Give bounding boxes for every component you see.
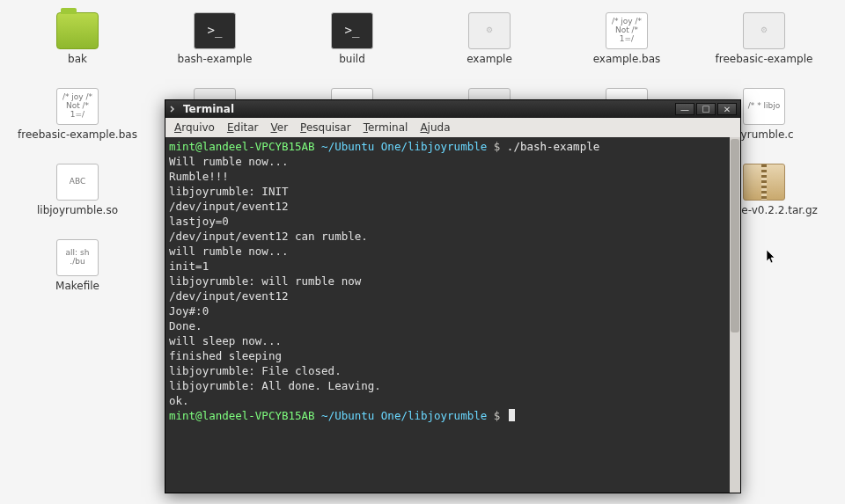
close-button[interactable]: ✕ xyxy=(717,103,737,115)
terminal-output-line: ok. xyxy=(169,393,737,408)
mouse-cursor-icon xyxy=(766,249,776,265)
desktop-icon-label: bash-example xyxy=(178,53,253,65)
desktop-icon-label: Makefile xyxy=(55,280,99,292)
terminal-output-line: Rumble!!! xyxy=(169,169,737,184)
desktop-icon[interactable]: ⚙example xyxy=(421,12,558,84)
scrollbar-thumb[interactable] xyxy=(731,139,739,332)
window-title: Terminal xyxy=(183,103,675,115)
scrollbar[interactable] xyxy=(730,137,740,493)
window-buttons: — ☐ ✕ xyxy=(675,103,737,115)
menu-item-editar[interactable]: Editar xyxy=(227,121,259,134)
terminal-output-line: Will rumble now... xyxy=(169,154,737,169)
terminal-icon: >_ xyxy=(194,12,236,49)
terminal-output-line: /dev/input/event12 xyxy=(169,289,737,303)
terminal-icon: >_ xyxy=(331,12,373,49)
terminal-prompt[interactable]: mint@landeel-VPCYB15AB ~/Ubuntu One/libj… xyxy=(169,408,737,423)
terminal-output-line: Joy#:0 xyxy=(169,303,737,318)
desktop-icon[interactable]: all: sh ./buMakefile xyxy=(9,239,146,311)
gear-icon: ⚙ xyxy=(743,12,785,49)
gear-icon: ⚙ xyxy=(468,12,511,49)
terminal-output-line: libjoyrumble: INIT xyxy=(169,184,737,199)
terminal-window[interactable]: Terminal — ☐ ✕ ArquivoEditarVerPesquisar… xyxy=(165,99,741,493)
desktop-icon[interactable]: >_build xyxy=(283,12,421,84)
maximize-button[interactable]: ☐ xyxy=(696,103,716,115)
terminal-output-line: will sleep now... xyxy=(169,333,737,348)
terminal-body[interactable]: mint@landeel-VPCYB15AB ~/Ubuntu One/libj… xyxy=(165,137,740,493)
menu-item-ajuda[interactable]: Ajuda xyxy=(420,121,450,134)
desktop-icon[interactable]: /* joy /* Not /* 1=/example.bas xyxy=(558,12,695,84)
desktop-icon-label: build xyxy=(339,53,365,65)
titlebar[interactable]: Terminal — ☐ ✕ xyxy=(165,100,740,118)
menu-item-pesquisar[interactable]: Pesquisar xyxy=(300,121,351,134)
desktop-icon-label: example xyxy=(467,53,512,65)
desktop-icon[interactable]: ABClibjoyrumble.so xyxy=(9,164,146,236)
text-icon: ABC xyxy=(56,164,99,201)
menu-item-ver[interactable]: Ver xyxy=(271,121,289,134)
terminal-app-icon xyxy=(169,104,180,114)
text-icon: /* joy /* Not /* 1=/ xyxy=(606,12,648,49)
text-icon: /* joy /* Not /* 1=/ xyxy=(56,88,99,125)
archive-icon xyxy=(743,164,785,201)
terminal-output-line: finished sleeping xyxy=(169,348,737,363)
desktop-icon[interactable]: bak xyxy=(9,12,146,84)
menu-item-arquivo[interactable]: Arquivo xyxy=(174,121,215,134)
desktop-icon[interactable]: ⚙freebasic-example xyxy=(695,12,833,84)
terminal-output-line: lastjoy=0 xyxy=(169,214,737,229)
terminal-output-line: libjoyrumble: File closed. xyxy=(169,363,737,378)
terminal-output-line: /dev/input/event12 xyxy=(169,199,737,214)
folder-icon xyxy=(56,12,99,49)
terminal-output-line: libjoyrumble: All done. Leaving. xyxy=(169,378,737,393)
terminal-output-line: init=1 xyxy=(169,259,737,274)
desktop-icon-label: oyrumble.c xyxy=(734,128,793,141)
terminal-output-line: /dev/input/event12 can rumble. xyxy=(169,229,737,244)
minimize-button[interactable]: — xyxy=(675,103,694,115)
desktop-icon-label: freebasic-example xyxy=(716,53,813,65)
desktop-icon[interactable]: >_bash-example xyxy=(146,12,283,84)
terminal-line: mint@landeel-VPCYB15AB ~/Ubuntu One/libj… xyxy=(169,139,737,154)
desktop-icon-label: example.bas xyxy=(593,53,661,65)
terminal-output-line: will rumble now... xyxy=(169,244,737,259)
terminal-output-line: Done. xyxy=(169,318,737,333)
terminal-output-line: libjoyrumble: will rumble now xyxy=(169,274,737,289)
menu-item-terminal[interactable]: Terminal xyxy=(364,121,408,134)
cursor-icon xyxy=(509,409,515,421)
text-icon: /* * libjo xyxy=(743,88,785,125)
menubar: ArquivoEditarVerPesquisarTerminalAjuda xyxy=(165,118,740,137)
desktop-icon-label: bak xyxy=(68,53,87,65)
desktop-icon[interactable]: /* joy /* Not /* 1=/freebasic-example.ba… xyxy=(9,88,146,160)
desktop-icon-label: freebasic-example.bas xyxy=(18,128,137,141)
desktop-icon-label: libjoyrumble.so xyxy=(37,204,118,216)
text-icon: all: sh ./bu xyxy=(56,239,99,276)
